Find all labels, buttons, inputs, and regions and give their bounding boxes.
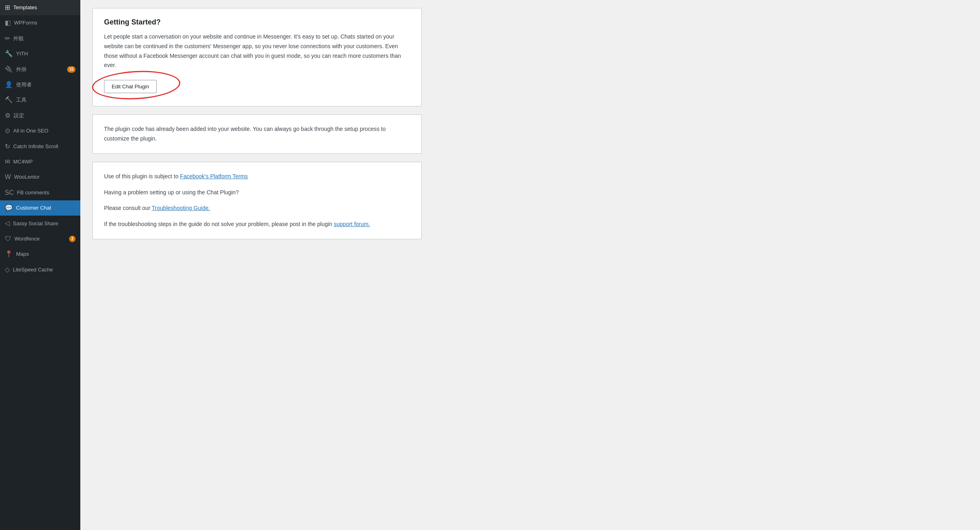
troubleshooting-line: Please consult our Troubleshooting Guide… [104,204,410,213]
catchinfinitescroll-icon: ↻ [5,142,10,151]
sidebar-item-templates[interactable]: ⊞Templates [0,0,80,15]
sidebar-badge-wordfence: 2 [69,236,76,242]
troubleshooting-prefix: Please consult our [104,205,152,211]
troubleshooting-link[interactable]: Troubleshooting Guide. [152,205,210,211]
main-content: Getting Started? Let people start a conv… [80,0,980,530]
allinoneseo-icon: ⊙ [5,126,10,135]
sidebar-item-maps[interactable]: 📍Maps [0,247,80,262]
terms-card: Use of this plugin is subject to Faceboo… [92,162,422,239]
problem-line: Having a problem setting up or using the… [104,188,410,198]
sidebar-item-settings[interactable]: ⚙設定 [0,108,80,123]
sidebar-item-label-wpforms: WPForms [14,19,76,26]
facebook-terms-link[interactable]: Facebook's Platform Terms [180,173,248,179]
sidebar-item-label-settings: 設定 [14,112,76,119]
sidebar-item-mc4wp[interactable]: ✉MC4WP [0,154,80,169]
sidebar-item-tools[interactable]: 🔨工具 [0,92,80,108]
sidebar-item-wpforms[interactable]: ◧WPForms [0,15,80,31]
sidebar-item-label-maps: Maps [16,251,76,258]
sidebar-item-label-catchinfinitescroll: Catch Infinite Scroll [13,143,76,150]
sidebar-item-label-appearance: 外観 [13,35,76,42]
maps-icon: 📍 [5,250,13,259]
support-line: If the troubleshooting steps in the guid… [104,220,410,229]
yith-icon: 🔧 [5,49,13,58]
sidebar-item-label-users: 使用者 [16,81,76,88]
sidebar-item-woolentor[interactable]: WWooLentor [0,169,80,185]
sidebar-item-label-mc4wp: MC4WP [13,158,76,165]
getting-started-card: Getting Started? Let people start a conv… [92,8,422,106]
plugin-added-card: The plugin code has already been added i… [92,114,422,154]
sidebar-item-yith[interactable]: 🔧YITH [0,46,80,61]
sidebar-item-allinoneseo[interactable]: ⊙All in One SEO [0,123,80,139]
sidebar-item-label-sassysocialshare: Sassy Social Share [13,220,76,227]
sidebar-item-plugins[interactable]: 🔌外掛15 [0,62,80,77]
support-forum-link[interactable]: support forum. [334,221,370,227]
edit-chat-plugin-button[interactable]: Edit Chat Plugin [104,80,157,93]
sidebar-item-fbcomments[interactable]: SCFB comments [0,185,80,200]
card1-description: Let people start a conversation on your … [104,32,410,70]
sidebar-item-customerchat[interactable]: 💬Customer Chat [0,200,80,216]
wpforms-icon: ◧ [5,18,11,27]
woolentor-icon: W [5,173,11,181]
edit-button-container: Edit Chat Plugin [104,77,157,96]
settings-icon: ⚙ [5,111,10,120]
sidebar-item-label-plugins: 外掛 [16,66,65,73]
sidebar-item-users[interactable]: 👤使用者 [0,77,80,92]
fbcomments-icon: SC [5,188,14,197]
plugin-added-text: The plugin code has already been added i… [104,124,410,144]
sidebar-badge-plugins: 15 [67,66,76,73]
sidebar-item-label-litespeedcache: LiteSpeed Cache [13,266,76,273]
mc4wp-icon: ✉ [5,157,10,166]
litespeedcache-icon: ◇ [5,265,10,274]
plugins-icon: 🔌 [5,65,13,74]
tools-icon: 🔨 [5,96,13,104]
sidebar-item-label-templates: Templates [13,4,76,11]
sidebar-item-label-fbcomments: FB comments [17,189,76,196]
sassysocialshare-icon: ◁ [5,219,10,228]
terms-line: Use of this plugin is subject to Faceboo… [104,172,410,181]
terms-prefix: Use of this plugin is subject to [104,173,180,179]
customerchat-icon: 💬 [5,204,13,212]
support-prefix: If the troubleshooting steps in the guid… [104,221,334,227]
card1-title: Getting Started? [104,18,410,26]
sidebar-item-label-wordfence: Wordfence [14,235,67,243]
sidebar-item-label-yith: YITH [16,50,76,57]
templates-icon: ⊞ [5,3,10,12]
sidebar-item-label-customerchat: Customer Chat [16,204,76,212]
sidebar-item-label-woolentor: WooLentor [14,173,76,181]
sidebar-item-sassysocialshare[interactable]: ◁Sassy Social Share [0,216,80,231]
sidebar-item-label-allinoneseo: All in One SEO [13,127,76,135]
sidebar-item-wordfence[interactable]: 🛡Wordfence2 [0,231,80,247]
sidebar: ⊞Templates◧WPForms✏外観🔧YITH🔌外掛15👤使用者🔨工具⚙設… [0,0,80,530]
appearance-icon: ✏ [5,34,10,43]
sidebar-item-litespeedcache[interactable]: ◇LiteSpeed Cache [0,262,80,277]
users-icon: 👤 [5,80,13,89]
sidebar-item-label-tools: 工具 [16,96,76,104]
wordfence-icon: 🛡 [5,234,11,243]
sidebar-item-catchinfinitescroll[interactable]: ↻Catch Infinite Scroll [0,139,80,154]
sidebar-item-appearance[interactable]: ✏外観 [0,31,80,46]
active-stripe [0,200,2,216]
